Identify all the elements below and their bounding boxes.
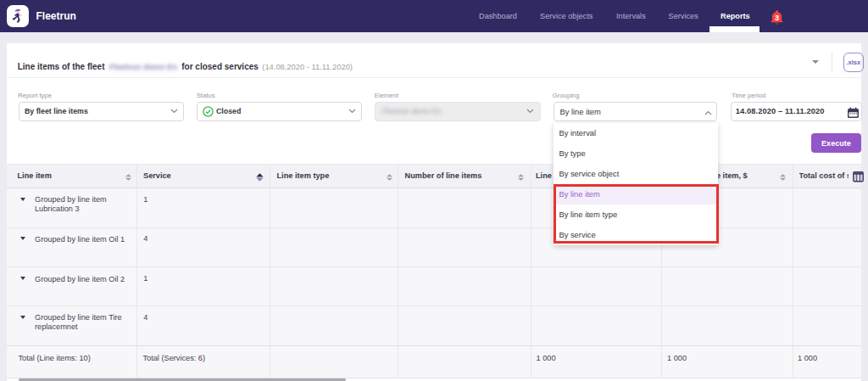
svg-text:3: 3 [775,14,779,22]
